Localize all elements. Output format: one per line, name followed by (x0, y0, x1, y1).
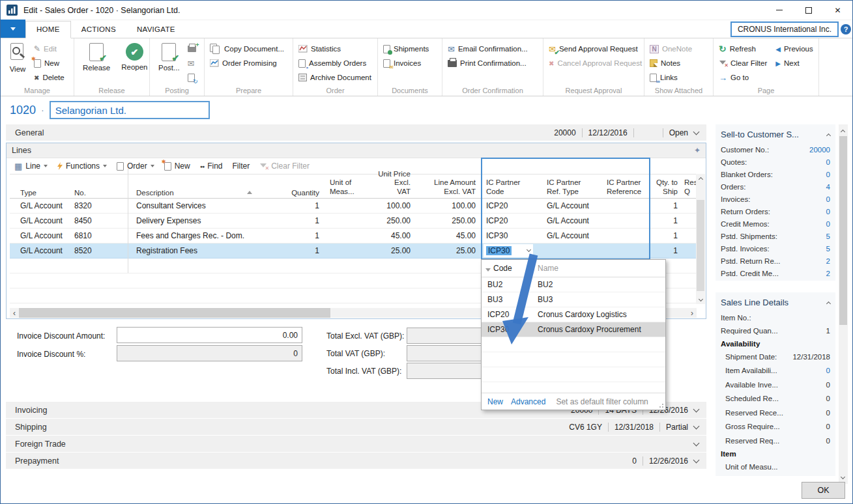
cell-line-amount[interactable]: 100.00 (416, 201, 481, 210)
minimize-button[interactable] (764, 1, 794, 20)
print-confirmation-button[interactable]: Print Confirmation... (448, 57, 528, 69)
reopen-button[interactable]: Reopen (118, 42, 151, 72)
cell-no[interactable]: 6810 (69, 231, 131, 240)
cell-description[interactable]: Consultant Services (131, 201, 274, 210)
drilldown-link[interactable]: 0 (826, 171, 830, 178)
onenote-button[interactable]: OneNote (650, 43, 692, 55)
cell-line-amount[interactable]: 250.00 (416, 216, 481, 225)
tab-actions[interactable]: ACTIONS (71, 21, 126, 38)
drilldown-link[interactable]: 0 (826, 195, 830, 203)
cell-description[interactable]: Registration Fees (131, 246, 274, 255)
resize-grip[interactable] (662, 406, 663, 408)
drilldown-link[interactable]: 5 (826, 232, 830, 240)
cell-ic-partner-code[interactable]: ICP20 (481, 216, 542, 225)
col-ic-partner-code[interactable]: IC Partner Code (481, 178, 542, 197)
drilldown-link[interactable]: 2 (826, 270, 830, 277)
goto-button[interactable]: Go to (719, 72, 767, 83)
fasttab-prepayment[interactable]: Prepayment 0 12/26/2016 (6, 453, 706, 469)
cell-description[interactable]: Delivery Expenses (131, 216, 274, 225)
table-row-selected[interactable]: G/L Account 8520 Registration Fees 1 25.… (10, 244, 697, 259)
cell-ic-partner-ref-type[interactable]: G/L Account (542, 216, 601, 225)
archive-document-button[interactable]: Archive Document (298, 72, 371, 83)
drilldown-link[interactable]: 5 (826, 245, 830, 253)
table-row[interactable]: G/L Account 8450 Delivery Expenses 1 250… (10, 214, 697, 229)
invoice-discount-amount-field[interactable]: 0.00 (117, 327, 302, 343)
lines-header[interactable]: Lines (7, 143, 706, 158)
clear-filter-button[interactable]: Clear Filter (256, 160, 313, 173)
vertical-scrollbar[interactable] (696, 174, 705, 304)
next-button[interactable]: Next (775, 57, 813, 69)
cell-quantity[interactable]: 1 (274, 246, 325, 255)
set-default-filter-label[interactable]: Set as default filter column (556, 397, 648, 406)
order-menu-button[interactable]: Order (113, 160, 158, 173)
delete-button[interactable]: Delete (34, 72, 65, 83)
cell-ic-partner-code[interactable]: ICP30 (481, 244, 542, 257)
table-row[interactable]: G/L Account 8320 Consultant Services 1 1… (10, 199, 697, 214)
cell-ic-partner-ref-type[interactable]: G/L Account (542, 201, 601, 210)
clear-filter-button[interactable]: Clear Filter (719, 57, 767, 69)
dropdown-new-link[interactable]: New (487, 397, 503, 406)
previous-button[interactable]: Previous (775, 43, 813, 55)
sidebar-scrollbar[interactable] (839, 124, 848, 484)
chevron-down-icon[interactable] (693, 423, 700, 429)
application-menu-button[interactable] (1, 20, 25, 38)
scroll-left-icon[interactable]: ‹ (10, 309, 19, 318)
refresh-button[interactable]: Refresh (719, 43, 767, 55)
col-reserved-qty[interactable]: Res Q (683, 178, 697, 197)
dropdown-row[interactable]: BU3BU3 (482, 292, 665, 307)
notes-button[interactable]: Notes (650, 57, 692, 69)
dropdown-col-code[interactable]: Code (493, 264, 512, 273)
view-button[interactable]: View (6, 42, 29, 74)
filter-button[interactable]: Filter (229, 160, 253, 173)
col-line-amount[interactable]: Line Amount Excl. VAT (416, 178, 481, 197)
send-approval-request-button[interactable]: Send Approval Request (549, 43, 642, 55)
chevron-up-icon[interactable] (826, 133, 831, 137)
cell-type[interactable]: G/L Account (10, 216, 69, 225)
scroll-down-icon[interactable] (698, 297, 702, 301)
scrollbar-thumb[interactable] (19, 308, 330, 318)
factbox-title[interactable]: Sell-to Customer S... (721, 126, 830, 143)
chevron-down-icon[interactable] (527, 247, 531, 252)
functions-menu-button[interactable]: Functions (54, 160, 110, 173)
help-icon[interactable] (841, 24, 851, 35)
col-type[interactable]: Type (10, 189, 69, 197)
scroll-up-icon[interactable] (698, 177, 702, 182)
invoices-button[interactable]: Invoices (383, 57, 429, 69)
drilldown-link[interactable]: 0 (826, 158, 830, 166)
cell-qty-to-ship[interactable]: 1 (650, 201, 683, 210)
chevron-down-icon[interactable] (693, 128, 700, 135)
close-button[interactable] (823, 1, 852, 20)
dropdown-row-selected[interactable]: ICP30Cronus Cardoxy Procurement (482, 322, 665, 337)
ok-button[interactable]: OK (802, 482, 845, 499)
copy-document-button[interactable]: Copy Document... (210, 43, 284, 55)
drilldown-link[interactable]: 0 (826, 367, 830, 374)
cell-qty-to-ship[interactable]: 1 (650, 216, 683, 225)
fasttab-shipping[interactable]: Shipping CV6 1GY 12/31/2018 Partial (6, 419, 706, 435)
col-ic-partner-reference[interactable]: IC Partner Reference (601, 178, 650, 197)
drilldown-link[interactable]: 2 (826, 257, 830, 265)
dropdown-col-name[interactable]: Name (538, 264, 558, 273)
assembly-orders-button[interactable]: Assembly Orders (298, 57, 371, 69)
col-qty-to-ship[interactable]: Qty. to Ship (650, 178, 683, 197)
scrollbar-thumb[interactable] (697, 200, 704, 291)
cell-quantity[interactable]: 1 (274, 231, 325, 240)
customize-icon[interactable] (694, 146, 701, 155)
cancel-approval-request-button[interactable]: Cancel Approval Request (549, 57, 642, 69)
cell-qty-to-ship[interactable]: 1 (650, 231, 683, 240)
chevron-down-icon[interactable] (693, 456, 700, 463)
cell-line-amount[interactable]: 45.00 (416, 231, 481, 240)
cell-type[interactable]: G/L Account (10, 201, 69, 210)
table-row[interactable]: G/L Account 6810 Fees and Charges Rec. -… (10, 229, 697, 244)
scroll-right-icon[interactable]: › (687, 309, 697, 318)
drilldown-link[interactable]: 0 (826, 208, 830, 216)
post-and-print-button[interactable] (188, 43, 196, 55)
fasttab-general[interactable]: General 20000 12/12/2016 Open (6, 124, 706, 141)
col-unit-price[interactable]: Unit Price Excl. VAT (357, 170, 416, 197)
scrollbar-thumb[interactable] (839, 136, 847, 325)
customer-name-field[interactable]: Selangorian Ltd. (50, 101, 210, 119)
chevron-down-icon[interactable] (693, 440, 700, 446)
factbox-title[interactable]: Sales Line Details (721, 294, 830, 311)
post-batch-button[interactable] (188, 72, 196, 83)
col-description[interactable]: Description (131, 189, 274, 197)
cell-description[interactable]: Fees and Charges Rec. - Dom. (131, 231, 274, 240)
